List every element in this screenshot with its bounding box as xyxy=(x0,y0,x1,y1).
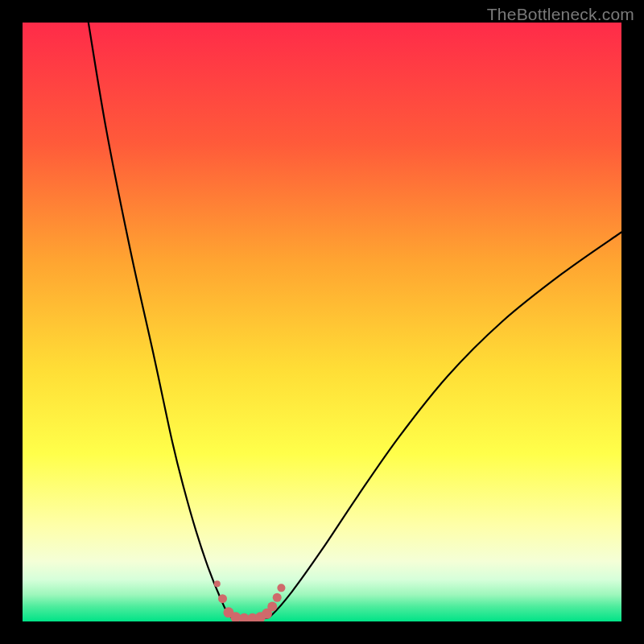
valley-dot xyxy=(277,584,285,592)
valley-dot xyxy=(273,593,282,602)
gradient-bg xyxy=(23,23,621,621)
plot-frame xyxy=(23,23,621,621)
watermark-text: TheBottleneck.com xyxy=(487,5,634,24)
valley-dot xyxy=(214,580,221,587)
plot-canvas xyxy=(23,23,621,621)
valley-dot xyxy=(218,594,227,603)
valley-dot xyxy=(267,601,277,611)
